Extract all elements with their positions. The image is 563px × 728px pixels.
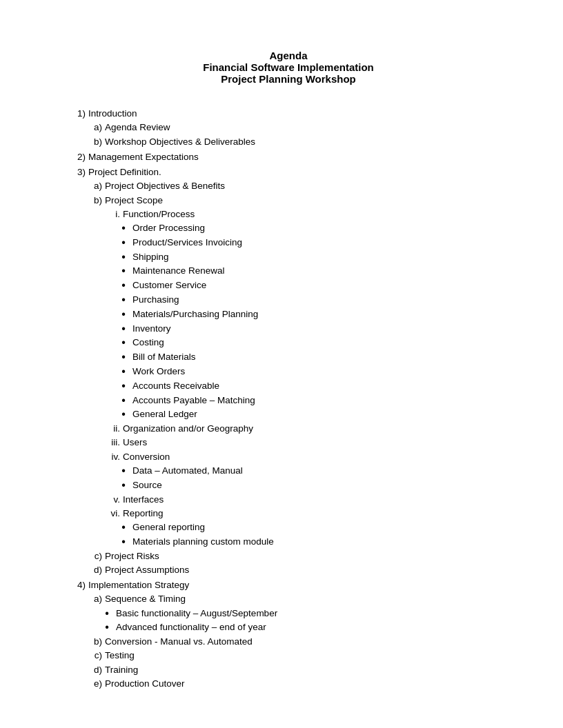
list-item: • General reporting xyxy=(119,520,508,535)
list-item: a) Project Objectives & Benefits xyxy=(88,179,508,193)
bullet-icon: • xyxy=(119,520,128,535)
item-label: Materials/Purchasing Planning xyxy=(132,307,258,321)
item-label: Basic functionality – August/September xyxy=(116,607,277,620)
item-label: Project Definition. xyxy=(88,165,161,179)
item-marker: 4) xyxy=(69,578,86,592)
item-label: Work Orders xyxy=(132,365,185,378)
item-marker: i. xyxy=(105,208,120,221)
list-item: • Product/Services Invoicing xyxy=(119,236,508,250)
list-item: 4) Implementation Strategy a) Sequence &… xyxy=(69,578,508,691)
list-item: v. Interfaces xyxy=(105,493,508,507)
item-label: Management Expectations xyxy=(88,150,199,164)
list-item: c) Testing xyxy=(88,649,508,663)
list-item: • Advanced functionality – end of year xyxy=(102,620,508,635)
item-label: Order Processing xyxy=(132,221,205,235)
item-marker: v. xyxy=(105,493,120,507)
list-item: d) Training xyxy=(88,663,508,677)
item-label: Interfaces xyxy=(123,493,164,507)
item-label: Function/Process xyxy=(123,208,195,221)
list-item: b) Conversion - Manual vs. Automated xyxy=(88,635,508,649)
item-label: Production Cutover xyxy=(105,677,185,691)
item-marker: b) xyxy=(88,194,102,208)
bullet-icon: • xyxy=(119,464,128,478)
bullet-icon: • xyxy=(119,250,128,265)
bullet-icon: • xyxy=(119,407,128,422)
header-title: Agenda xyxy=(69,50,508,61)
list-item: a) Sequence & Timing • Basic functionali… xyxy=(88,592,508,635)
list-item: • Materials planning custom module xyxy=(119,535,508,549)
list-item: • Costing xyxy=(119,336,508,350)
item-label: Workshop Objectives & Deliverables xyxy=(105,135,255,149)
list-item: • Shipping xyxy=(119,250,508,265)
sub-list: a) Project Objectives & Benefits b) Proj… xyxy=(88,179,508,577)
item-label: Project Risks xyxy=(105,549,159,563)
item-label: Conversion - Manual vs. Automated xyxy=(105,635,253,649)
item-label: Inventory xyxy=(132,322,171,336)
list-item: • Work Orders xyxy=(119,365,508,379)
list-item: • Basic functionality – August/September xyxy=(102,607,508,621)
item-label: General reporting xyxy=(132,520,205,534)
item-label: Customer Service xyxy=(132,279,206,292)
list-item: • Maintenance Renewal xyxy=(119,264,508,279)
item-marker: 2) xyxy=(69,150,86,164)
item-label: Maintenance Renewal xyxy=(132,264,225,278)
item-marker: vi. xyxy=(105,507,120,520)
list-item: • Accounts Payable – Matching xyxy=(119,394,508,408)
list-item: c) Project Risks xyxy=(88,549,508,563)
list-item: d) Project Assumptions xyxy=(88,563,508,577)
item-label: Accounts Payable – Matching xyxy=(132,394,255,407)
list-item: • Source xyxy=(119,478,508,493)
item-label: Sequence & Timing xyxy=(105,592,186,606)
bullet-icon: • xyxy=(119,336,128,350)
item-label: Product/Services Invoicing xyxy=(132,236,242,250)
bullet-list: • General reporting • Materials planning… xyxy=(119,520,508,549)
header-subtitle2: Project Planning Workshop xyxy=(69,73,508,85)
bullet-icon: • xyxy=(119,293,128,307)
item-label: Training xyxy=(105,663,138,677)
bullet-icon: • xyxy=(102,620,112,635)
list-item: • Accounts Receivable xyxy=(119,379,508,394)
item-label: Testing xyxy=(105,649,135,663)
bullet-icon: • xyxy=(119,394,128,408)
list-item: 3) Project Definition. a) Project Object… xyxy=(69,165,508,577)
item-label: Conversion xyxy=(123,450,170,464)
item-marker: a) xyxy=(88,179,102,193)
item-marker: d) xyxy=(88,563,102,577)
item-label: Accounts Receivable xyxy=(132,379,219,393)
bullet-list: • Order Processing • Product/Services In… xyxy=(119,221,508,422)
item-marker: c) xyxy=(88,549,102,563)
list-item: • Order Processing xyxy=(119,221,508,236)
list-item: • Materials/Purchasing Planning xyxy=(119,307,508,322)
item-marker: 1) xyxy=(69,107,86,121)
list-item: • Customer Service xyxy=(119,279,508,293)
item-label: Project Objectives & Benefits xyxy=(105,179,225,193)
list-item: • Data – Automated, Manual xyxy=(119,464,508,478)
item-label: Source xyxy=(132,478,162,492)
list-item: 2) Management Expectations xyxy=(69,150,508,164)
item-marker: b) xyxy=(88,635,102,649)
bullet-icon: • xyxy=(119,478,128,493)
item-marker: c) xyxy=(88,649,102,663)
item-marker: ii. xyxy=(105,422,120,436)
item-label: Organization and/or Geography xyxy=(123,422,253,436)
item-label: Purchasing xyxy=(132,293,179,307)
list-item: i. Function/Process • Order Processing • xyxy=(105,208,508,422)
bullet-icon: • xyxy=(119,264,128,279)
item-marker: e) xyxy=(88,677,102,691)
bullet-list: • Data – Automated, Manual • Source xyxy=(119,464,508,493)
agenda-content: 1) Introduction a) Agenda Review b) Work… xyxy=(69,107,508,691)
item-label: Data – Automated, Manual xyxy=(132,464,243,478)
bullet-icon: • xyxy=(119,365,128,379)
item-label: Advanced functionality – end of year xyxy=(116,620,266,634)
item-label: Implementation Strategy xyxy=(88,578,189,592)
item-label: Introduction xyxy=(88,107,137,121)
list-item: b) Workshop Objectives & Deliverables xyxy=(88,135,508,149)
item-marker: d) xyxy=(88,663,102,677)
item-marker: b) xyxy=(88,135,102,149)
list-item: 1) Introduction a) Agenda Review b) Work… xyxy=(69,107,508,149)
sub-list: a) Agenda Review b) Workshop Objectives … xyxy=(88,121,508,149)
bullet-icon: • xyxy=(119,535,128,549)
document-header: Agenda Financial Software Implementation… xyxy=(69,50,508,85)
item-marker: 3) xyxy=(69,165,86,179)
list-item: a) Agenda Review xyxy=(88,121,508,134)
